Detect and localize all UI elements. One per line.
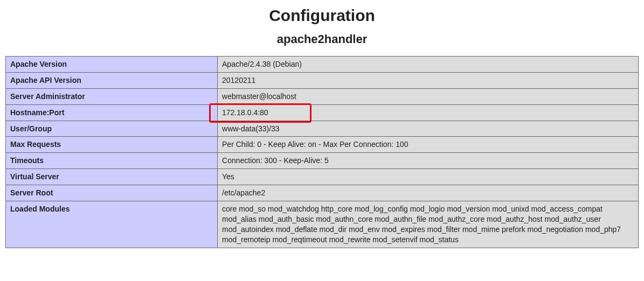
config-table-container: Apache Version Apache/2.4.38 (Debian) Ap… — [5, 56, 639, 248]
table-row: Apache API Version 20120211 — [6, 72, 639, 88]
table-row: Virtual Server Yes — [6, 169, 639, 185]
config-val: core mod_so mod_watchdog http_core mod_l… — [218, 201, 639, 248]
table-row: Timeouts Connection: 300 - Keep-Alive: 5 — [6, 153, 639, 169]
table-row: Server Administrator webmaster@localhost — [6, 88, 639, 104]
table-row: Hostname:Port 172.18.0.4:80 — [6, 104, 639, 121]
table-row: Loaded Modules core mod_so mod_watchdog … — [6, 201, 639, 248]
page-title: Configuration — [5, 6, 639, 25]
config-val: /etc/apache2 — [218, 185, 639, 201]
config-val: Yes — [218, 169, 639, 185]
config-key: Server Root — [6, 185, 218, 201]
config-table: Apache Version Apache/2.4.38 (Debian) Ap… — [5, 56, 639, 248]
table-row: User/Group www-data(33)/33 — [6, 121, 639, 137]
config-val: 20120211 — [218, 72, 639, 88]
config-key: Virtual Server — [6, 169, 218, 185]
table-row: Server Root /etc/apache2 — [6, 185, 639, 201]
config-key: Server Administrator — [6, 88, 218, 104]
config-key: User/Group — [6, 121, 218, 137]
config-key: Loaded Modules — [6, 201, 218, 248]
config-val: Per Child: 0 - Keep Alive: on - Max Per … — [218, 137, 639, 153]
config-key: Apache API Version — [6, 72, 218, 88]
config-val: Connection: 300 - Keep-Alive: 5 — [218, 153, 639, 169]
config-val: 172.18.0.4:80 — [218, 104, 639, 121]
table-row: Max Requests Per Child: 0 - Keep Alive: … — [6, 137, 639, 153]
table-row: Apache Version Apache/2.4.38 (Debian) — [6, 57, 639, 73]
config-key: Max Requests — [6, 137, 218, 153]
config-key: Apache Version — [6, 57, 218, 73]
config-val: webmaster@localhost — [218, 88, 639, 104]
config-key: Timeouts — [6, 153, 218, 169]
section-title: apache2handler — [5, 32, 639, 46]
config-val: www-data(33)/33 — [218, 121, 639, 137]
config-key: Hostname:Port — [6, 104, 218, 121]
config-val: Apache/2.4.38 (Debian) — [218, 57, 639, 73]
